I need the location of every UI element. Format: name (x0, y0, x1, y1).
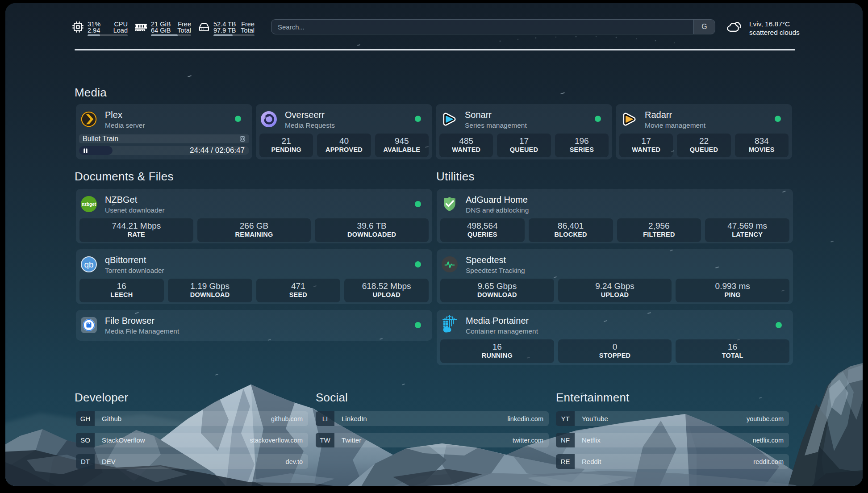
svg-text:qb: qb (84, 260, 93, 269)
svg-text:nzbget: nzbget (82, 202, 96, 207)
